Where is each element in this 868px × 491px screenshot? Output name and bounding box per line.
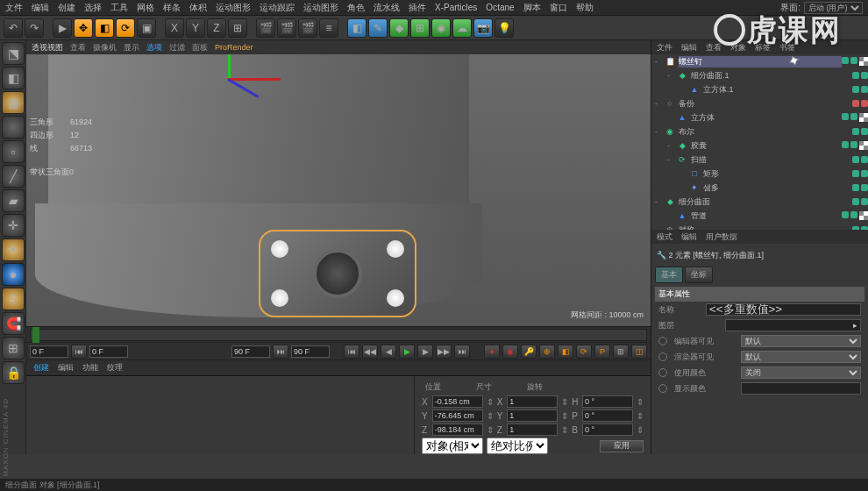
- visibility-dot[interactable]: [852, 156, 859, 163]
- record-button[interactable]: ●: [484, 345, 500, 359]
- size-y-field[interactable]: [507, 409, 558, 422]
- visibility-dot[interactable]: [861, 184, 868, 191]
- goto-start-button[interactable]: ⏮: [71, 345, 87, 359]
- apply-button[interactable]: 应用: [600, 440, 644, 452]
- expand-toggle[interactable]: -: [655, 57, 664, 66]
- visibility-dot[interactable]: [842, 113, 849, 120]
- expand-toggle[interactable]: -: [655, 127, 664, 136]
- pos-z-field[interactable]: [432, 423, 483, 436]
- tree-row[interactable]: -◆细分曲面.1: [651, 68, 868, 82]
- object-name[interactable]: 立方体.1: [703, 84, 852, 96]
- next-frame-button[interactable]: ▶: [417, 345, 433, 359]
- menu-item[interactable]: 编辑: [32, 2, 49, 14]
- move-tool[interactable]: ✥: [74, 18, 93, 38]
- size-z-field[interactable]: [507, 423, 558, 436]
- attr-select[interactable]: 关闭: [741, 366, 861, 379]
- last-frame-button[interactable]: ⏭: [454, 345, 470, 359]
- tree-row[interactable]: □矩形: [651, 167, 868, 181]
- phong-tag-icon[interactable]: [859, 141, 868, 150]
- menu-item[interactable]: 样条: [163, 2, 181, 14]
- visibility-dot[interactable]: [861, 128, 868, 135]
- layout-select[interactable]: 启动 (用户): [804, 2, 863, 14]
- attr-mode[interactable]: 模式: [657, 231, 672, 243]
- menu-item[interactable]: 运动图形: [216, 2, 251, 14]
- tree-row[interactable]: ▲立方体: [651, 110, 868, 125]
- phong-tag-icon[interactable]: [859, 211, 868, 220]
- size-mode-select[interactable]: 绝对比例: [487, 438, 548, 454]
- object-name[interactable]: 布尔: [679, 126, 852, 138]
- render-region[interactable]: 🎬: [277, 18, 296, 38]
- make-editable-icon[interactable]: ⬔: [2, 42, 25, 65]
- scale-key-icon[interactable]: ◧: [558, 345, 573, 359]
- expand-toggle[interactable]: -: [667, 71, 676, 80]
- workplane-lock-icon[interactable]: ⊞: [2, 337, 25, 359]
- object-name[interactable]: 扫描: [691, 154, 852, 166]
- tree-row[interactable]: ▲立方体.1: [651, 82, 868, 96]
- visibility-dot[interactable]: [861, 198, 868, 205]
- y-axis-toggle[interactable]: Y: [186, 18, 205, 38]
- attr-select[interactable]: 默认: [741, 351, 861, 363]
- visibility-dot[interactable]: [852, 72, 859, 79]
- tree-row[interactable]: -◉布尔: [651, 125, 868, 139]
- material-manager[interactable]: [26, 376, 414, 454]
- magnet-icon[interactable]: 🧲: [2, 312, 25, 335]
- attr-userdata[interactable]: 用户数据: [706, 231, 737, 243]
- visibility-dot[interactable]: [852, 86, 859, 93]
- prorender-menu[interactable]: ProRender: [215, 43, 253, 52]
- visibility-dot[interactable]: [850, 211, 857, 218]
- expand-toggle[interactable]: -: [667, 141, 676, 150]
- z-axis-toggle[interactable]: Z: [207, 18, 226, 38]
- tree-row[interactable]: -📋螺丝钉: [651, 54, 868, 68]
- range-start[interactable]: [30, 345, 68, 358]
- om-edit[interactable]: 编辑: [681, 42, 697, 53]
- menu-item[interactable]: 创建: [58, 2, 75, 14]
- edge-mode-icon[interactable]: ╱: [2, 165, 25, 188]
- timeline-ruler[interactable]: [26, 326, 651, 342]
- render-settings[interactable]: 🎬: [298, 18, 317, 38]
- undo-button[interactable]: ↶: [4, 18, 23, 38]
- prev-key-button[interactable]: ◀◀: [362, 345, 378, 359]
- visibility-dot[interactable]: [861, 156, 868, 163]
- visibility-dot[interactable]: [850, 57, 857, 64]
- menu-item[interactable]: 工具: [110, 2, 128, 14]
- view-menu[interactable]: 查看: [70, 42, 86, 53]
- key-selection[interactable]: 🔑: [521, 345, 537, 359]
- om-tags[interactable]: 标签: [755, 42, 771, 53]
- texture-mode-icon[interactable]: ▦: [2, 91, 25, 114]
- workplane-icon[interactable]: [2, 116, 25, 139]
- picture-viewer[interactable]: ≡: [319, 18, 338, 38]
- object-name[interactable]: 备份: [679, 98, 852, 110]
- spline-pen[interactable]: ✎: [368, 18, 388, 38]
- camera-menu[interactable]: 摄像机: [93, 42, 117, 53]
- viewport-solo-icon[interactable]: 👁: [2, 238, 25, 261]
- pos-y-field[interactable]: [432, 409, 483, 422]
- om-object[interactable]: 对象: [730, 42, 746, 53]
- anim-dot-icon[interactable]: [658, 352, 667, 361]
- menu-item[interactable]: 流水线: [374, 2, 400, 14]
- rotate-tool[interactable]: ⟳: [116, 18, 135, 38]
- menu-item[interactable]: 角色: [347, 2, 365, 14]
- select-tool[interactable]: ▶: [53, 18, 72, 38]
- expand-toggle[interactable]: -: [667, 155, 676, 164]
- object-name[interactable]: 细分曲面.1: [691, 70, 852, 82]
- menu-item[interactable]: 体积: [189, 2, 207, 14]
- options-menu[interactable]: 选项: [146, 42, 162, 53]
- goto-end-button[interactable]: ⏭: [273, 345, 288, 359]
- menu-item[interactable]: 运动图形: [303, 2, 338, 14]
- tab-function[interactable]: 功能: [82, 362, 98, 374]
- attr-select[interactable]: 默认: [741, 335, 861, 347]
- pla-key-icon[interactable]: ⊞: [613, 345, 629, 359]
- range-in[interactable]: [89, 345, 128, 358]
- visibility-dot[interactable]: [852, 198, 859, 205]
- first-frame-button[interactable]: ⏮: [344, 345, 359, 359]
- tab-texture[interactable]: 纹理: [107, 362, 123, 374]
- object-tree[interactable]: -📋螺丝钉-◆细分曲面.1▲立方体.1-○备份▲立方体-◉布尔-◆胶囊-⟳扫描□…: [651, 54, 868, 230]
- tab-create[interactable]: 创建: [33, 362, 49, 374]
- x-axis-toggle[interactable]: X: [165, 18, 184, 38]
- tab-edit[interactable]: 编辑: [58, 362, 74, 374]
- menu-item[interactable]: 运动跟踪: [260, 2, 295, 14]
- phong-tag-icon[interactable]: [859, 113, 868, 122]
- render-view[interactable]: 🎬: [256, 18, 275, 38]
- pos-key-icon[interactable]: ⊕: [539, 345, 555, 359]
- menu-item[interactable]: 网格: [137, 2, 154, 14]
